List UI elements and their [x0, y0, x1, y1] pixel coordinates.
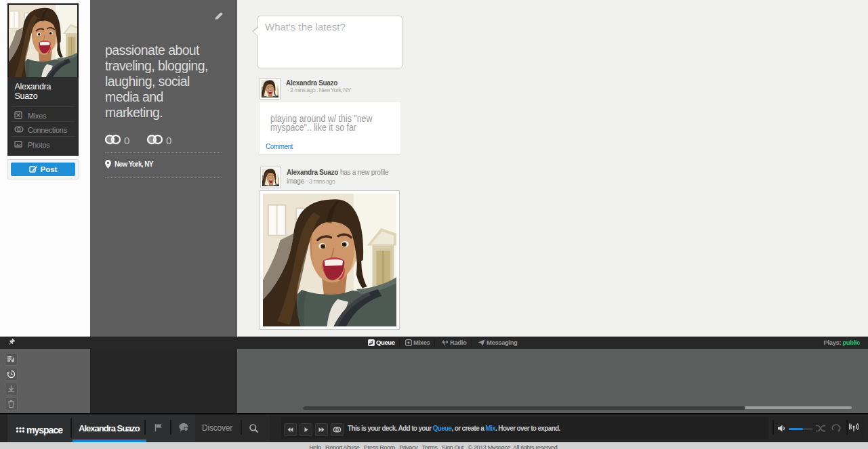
svg-text:myspace: myspace	[26, 425, 63, 435]
